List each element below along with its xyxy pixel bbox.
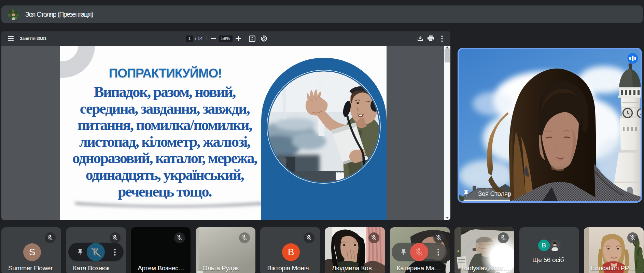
svg-text:Зоя Столяр: Зоя Столяр bbox=[478, 190, 511, 197]
